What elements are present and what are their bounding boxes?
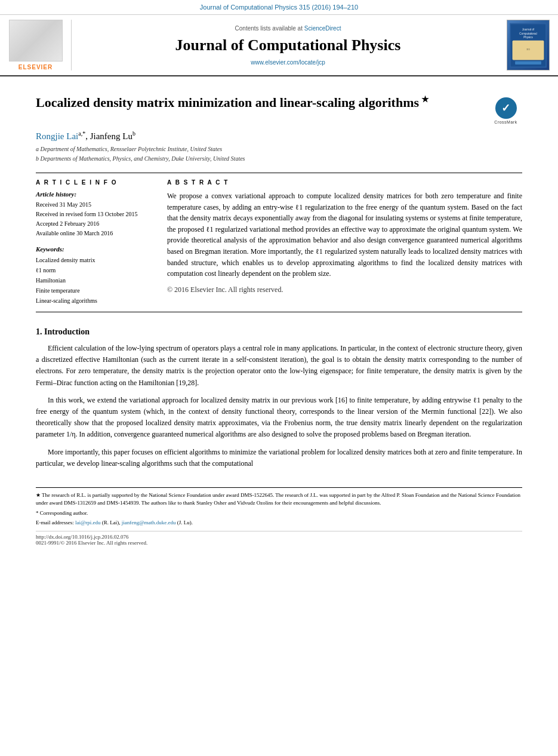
crossmark-area: ✓ CrossMark [480, 94, 522, 124]
journal-reference-link[interactable]: Journal of Computational Physics 315 (20… [200, 4, 358, 11]
footnote-area: ★ The research of R.L. is partially supp… [36, 487, 522, 527]
crossmark-icon: ✓ [495, 97, 517, 119]
keyword-1: Localized density matrix [36, 255, 155, 265]
issn-line: 0021-9991/© 2016 Elsevier Inc. All right… [36, 540, 522, 546]
author-lai-link[interactable]: Rongjie Lai [36, 131, 78, 141]
journal-reference-bar: Journal of Computational Physics 315 (20… [0, 0, 558, 15]
author-separator: , Jianfeng Lu [85, 131, 132, 141]
authors-line: Rongjie Laia,*, Jianfeng Lub [36, 130, 522, 142]
affiliation-b: b Departments of Mathematics, Physics, a… [36, 154, 522, 164]
revised-date: Received in revised form 13 October 2015 [36, 210, 155, 219]
email-label: E-mail addresses: [36, 520, 74, 525]
email-lai[interactable]: lai@rpi.edu [75, 520, 101, 525]
footnote-corresponding: * Corresponding author. [36, 509, 522, 518]
journal-header: ELSEVIER Contents lists available at Sci… [0, 15, 558, 76]
keyword-5: Linear-scaling algorithms [36, 296, 155, 306]
affiliations-section: a Department of Mathematics, Rensselaer … [36, 145, 522, 164]
article-info-heading: A R T I C L E I N F O [36, 179, 155, 186]
abstract-heading: A B S T R A C T [167, 179, 522, 186]
svg-text:Computational: Computational [519, 32, 537, 35]
section1-heading: 1. Introduction [36, 327, 522, 337]
abstract-text: We propose a convex variational approach… [167, 190, 522, 279]
svg-rect-0 [12, 21, 60, 60]
article-title: Localized density matrix minimization an… [36, 94, 480, 112]
article-info-column: A R T I C L E I N F O Article history: R… [36, 179, 155, 306]
keyword-3: Hamiltonian [36, 275, 155, 285]
svg-text:315: 315 [526, 48, 530, 51]
intro-paragraph-3: More importantly, this paper focuses on … [36, 447, 522, 469]
svg-rect-15 [515, 61, 541, 64]
article-history: Article history: Received 31 May 2015 Re… [36, 190, 155, 238]
keyword-2: ℓ1 norm [36, 265, 155, 275]
intro-paragraph-1: Efficient calculation of the low-lying s… [36, 343, 522, 389]
svg-point-3 [38, 30, 52, 42]
intro-paragraph-2: In this work, we extend the variational … [36, 395, 522, 441]
email-lu[interactable]: jianfeng@math.duke.edu [122, 520, 176, 525]
crossmark-label: CrossMark [494, 120, 517, 124]
email-lai-name: (R. Lai), [101, 520, 122, 525]
svg-rect-7 [49, 38, 54, 56]
journal-header-center: Contents lists available at ScienceDirec… [78, 20, 498, 70]
keywords-label: Keywords: [36, 245, 155, 253]
keywords-section: Keywords: Localized density matrix ℓ1 no… [36, 245, 155, 306]
svg-point-2 [20, 30, 34, 42]
contents-text: Contents lists available at [235, 25, 303, 32]
article-title-section: Localized density matrix minimization an… [36, 94, 522, 124]
copyright-text: © 2016 Elsevier Inc. All rights reserved… [167, 284, 522, 296]
introduction-section: 1. Introduction Efficient calculation of… [36, 327, 522, 469]
journal-cover-image: Journal of Computational Physics 315 [507, 20, 550, 70]
available-date: Available online 30 March 2016 [36, 229, 155, 238]
journal-cover-thumbnail: Journal of Computational Physics 315 [504, 20, 552, 70]
article-history-label: Article history: [36, 190, 155, 198]
elsevier-logo-image [9, 20, 63, 62]
article-title-area: Localized density matrix minimization an… [36, 94, 480, 112]
sciencedirect-link[interactable]: ScienceDirect [304, 25, 341, 32]
svg-rect-4 [34, 39, 38, 51]
header-divider [36, 173, 522, 173]
journal-url[interactable]: www.elsevier.com/locate/jcp [251, 59, 325, 66]
svg-rect-6 [18, 38, 23, 56]
abstract-column: A B S T R A C T We propose a convex vari… [167, 179, 522, 306]
article-main-content: Localized density matrix minimization an… [0, 76, 558, 552]
footnote-email: E-mail addresses: lai@rpi.edu (R. Lai), … [36, 519, 522, 527]
author-lai-sup: a,* [78, 130, 85, 137]
elsevier-logo-area: ELSEVIER [6, 20, 72, 70]
doi-url[interactable]: http://dx.doi.org/10.1016/j.jcp.2016.02.… [36, 534, 129, 540]
title-star: ★ [419, 95, 429, 104]
svg-point-1 [25, 25, 47, 42]
crossmark-badge[interactable]: ✓ CrossMark [489, 97, 522, 124]
author-lu-sup: b [132, 130, 135, 137]
section-divider [36, 312, 522, 312]
journal-title-header: Journal of Computational Physics [175, 36, 401, 54]
affiliation-a: a Department of Mathematics, Rensselaer … [36, 145, 522, 154]
received-date: Received 31 May 2015 [36, 200, 155, 210]
elsevier-wordmark: ELSEVIER [19, 64, 53, 70]
keyword-4: Finite temperature [36, 285, 155, 296]
svg-text:Physics: Physics [523, 36, 533, 39]
svg-point-5 [27, 43, 44, 50]
accepted-date: Accepted 2 February 2016 [36, 219, 155, 229]
doi-link: http://dx.doi.org/10.1016/j.jcp.2016.02.… [36, 534, 522, 540]
bottom-bar: http://dx.doi.org/10.1016/j.jcp.2016.02.… [36, 531, 522, 546]
footnote-1: ★ The research of R.L. is partially supp… [36, 491, 522, 508]
svg-text:Journal of: Journal of [522, 28, 535, 31]
contents-available-line: Contents lists available at ScienceDirec… [235, 25, 341, 32]
article-info-abstract: A R T I C L E I N F O Article history: R… [36, 179, 522, 306]
email-lu-name: (J. Lu). [176, 520, 193, 525]
